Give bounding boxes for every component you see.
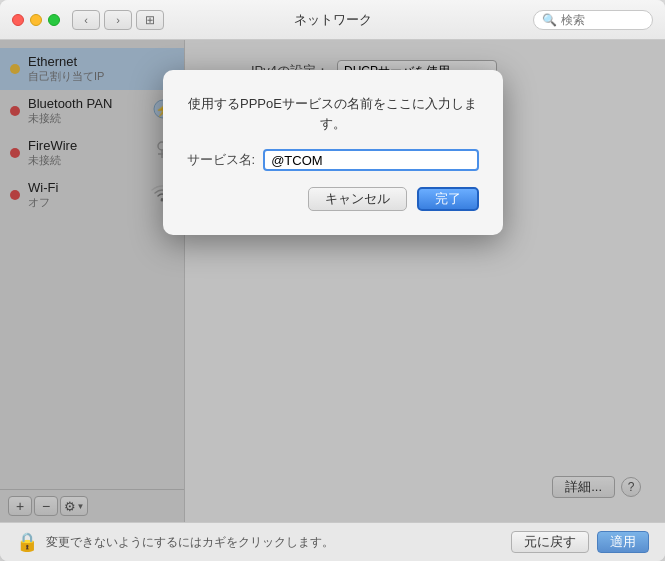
search-box[interactable]: 🔍 — [533, 10, 653, 30]
grid-button[interactable]: ⊞ — [136, 10, 164, 30]
window: ‹ › ⊞ ネットワーク 🔍 Ethernet 自己割り当てIP — [0, 0, 665, 561]
dialog-ok-button[interactable]: 完了 — [417, 187, 479, 211]
back-button[interactable]: ‹ — [72, 10, 100, 30]
traffic-lights — [12, 14, 60, 26]
service-name-input[interactable] — [263, 149, 478, 171]
dialog-buttons: キャンセル 完了 — [187, 187, 479, 211]
lock-icon[interactable]: 🔒 — [16, 531, 38, 553]
content: Ethernet 自己割り当てIP Bluetooth PAN 未接続 ⚡ — [0, 40, 665, 522]
dialog: 使用するPPPoEサービスの名前をここに入力します。 サービス名: キャンセル … — [163, 70, 503, 235]
nav-buttons: ‹ › — [72, 10, 132, 30]
apply-button[interactable]: 適用 — [597, 531, 649, 553]
forward-button[interactable]: › — [104, 10, 132, 30]
footer-lock-text: 変更できないようにするにはカギをクリックします。 — [46, 534, 503, 551]
titlebar: ‹ › ⊞ ネットワーク 🔍 — [0, 0, 665, 40]
close-button[interactable] — [12, 14, 24, 26]
footer: 🔒 変更できないようにするにはカギをクリックします。 元に戻す 適用 — [0, 522, 665, 561]
search-icon: 🔍 — [542, 13, 557, 27]
dialog-message: 使用するPPPoEサービスの名前をここに入力します。 — [187, 94, 479, 133]
dialog-field-row: サービス名: — [187, 149, 479, 171]
revert-button[interactable]: 元に戻す — [511, 531, 589, 553]
dialog-field-label: サービス名: — [187, 151, 256, 169]
dialog-cancel-button[interactable]: キャンセル — [308, 187, 407, 211]
window-title: ネットワーク — [294, 11, 372, 29]
dialog-overlay: 使用するPPPoEサービスの名前をここに入力します。 サービス名: キャンセル … — [0, 40, 665, 522]
minimize-button[interactable] — [30, 14, 42, 26]
search-input[interactable] — [561, 13, 644, 27]
maximize-button[interactable] — [48, 14, 60, 26]
